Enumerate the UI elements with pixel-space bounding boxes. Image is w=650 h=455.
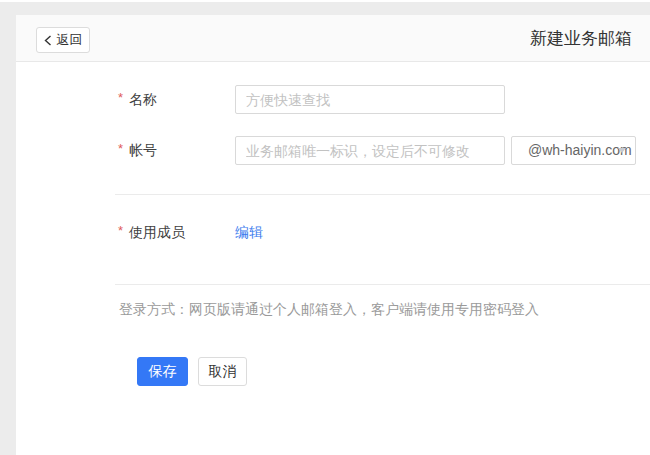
form-card [16,15,650,455]
back-chevron-icon [44,35,52,46]
page-background: 返回 新建业务邮箱 *名称 *帐号 @wh-haiyin.com *使用成员 编… [0,0,650,455]
required-marker: * [118,90,123,105]
name-input[interactable] [235,85,505,114]
page-title: 新建业务邮箱 [530,15,632,62]
login-note: 登录方式：网页版请通过个人邮箱登入，客户端请使用专用密码登入 [119,301,539,319]
cancel-button[interactable]: 取消 [198,357,247,386]
back-button-label: 返回 [57,31,83,49]
account-label-text: 帐号 [129,142,157,158]
account-input[interactable] [235,136,505,165]
domain-select-value: @wh-haiyin.com [528,142,632,158]
save-button[interactable]: 保存 [137,357,188,386]
top-strip [0,0,650,2]
domain-select[interactable]: @wh-haiyin.com [511,136,636,165]
chevron-down-icon [618,148,626,153]
account-field-label: *帐号 [118,136,157,165]
required-marker: * [118,223,123,238]
required-marker: * [118,141,123,156]
members-label-text: 使用成员 [129,224,185,240]
edit-members-link[interactable]: 编辑 [235,218,263,246]
name-field-label: *名称 [118,85,157,114]
name-label-text: 名称 [129,91,157,107]
back-button[interactable]: 返回 [36,27,90,53]
divider [115,194,650,195]
members-field-label: *使用成员 [118,218,185,246]
divider [115,284,650,285]
